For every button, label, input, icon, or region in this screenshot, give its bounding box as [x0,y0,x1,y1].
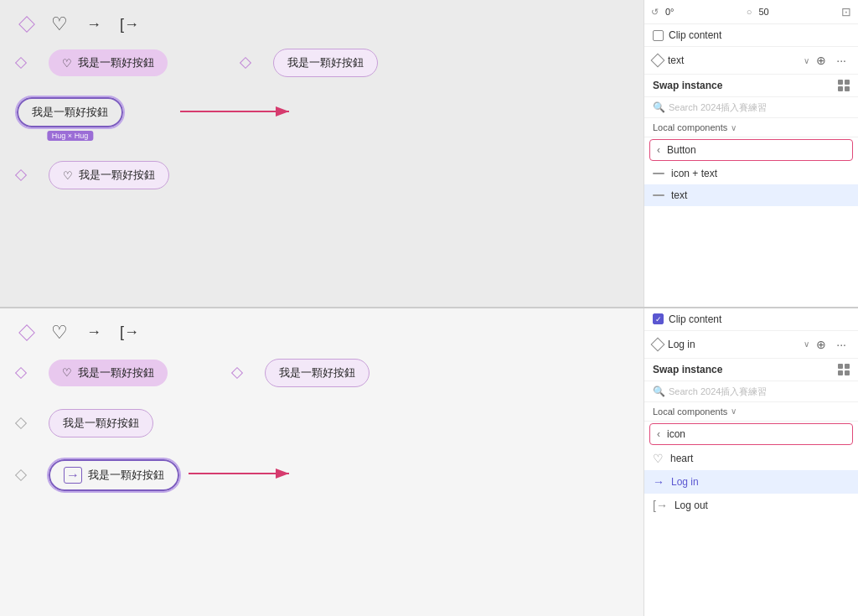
login-list-item[interactable]: → Log in [644,470,858,494]
swap-instance-row-bottom: Swap instance [644,359,858,381]
dash-icon-2 [653,194,664,196]
clip-content-label-bottom: Clip content [669,313,721,325]
search-icon-bottom: 🔍 [653,386,665,397]
btn-text-3: 我是一顆好按鈕 [79,168,155,183]
button-row-3: ♡ 我是一顆好按鈕 [0,154,644,196]
button-text-outline-1[interactable]: 我是一顆好按鈕 [273,49,378,77]
outline-diamond-bottom-2 [15,468,27,480]
logout-icon-top: [→ [120,16,139,34]
move-icon-bottom[interactable]: ⊕ [813,336,830,353]
arrow-right-icon-bottom: → [86,324,101,341]
icon-category-item[interactable]: ‹ icon [649,423,853,445]
logout-item-label: Log out [675,500,708,511]
component-diamond-bottom [651,337,665,351]
text-item-label: text [671,189,687,201]
component-name-top: text [668,54,799,66]
button-filled-bottom[interactable]: ♡ 我是一顆好按鈕 [49,360,168,386]
button-arrow-selected[interactable]: → 我是一顆好按鈕 [49,459,179,491]
right-panel-top: ↺ 0° ○ 50 ⊡ Clip content text ∨ ⊕ ··· Sw… [644,0,858,307]
local-components-chevron-top[interactable]: ∨ [731,123,737,132]
clip-content-checkbox-top[interactable] [653,30,664,41]
button-row-bottom-2: 我是一顆好按鈕 [0,402,644,444]
clip-content-row-top: Clip content [644,24,858,47]
canvas-bottom: ♡ → [→ ♡ 我是一顆好按鈕 我是一顆好按鈕 我是一顆好按鈕 [0,308,644,617]
diamond-icon-bottom [18,324,35,341]
search-row-bottom: 🔍 [644,381,858,402]
local-components-chevron-bottom[interactable]: ∨ [731,406,737,416]
heart-list-item[interactable]: ♡ heart [644,447,858,470]
rotation-value: 0° [665,7,675,17]
heart-list-icon: ♡ [653,452,664,465]
resize-icon: ⊡ [841,5,851,18]
clip-content-checkbox-bottom[interactable] [653,313,664,324]
component-row-bottom: Log in ∨ ⊕ ··· [644,331,858,359]
search-input-top[interactable] [669,102,850,112]
button-icon-text-filled[interactable]: ♡ 我是一顆好按鈕 [49,49,168,76]
small-diamond-bottom-1 [15,366,27,378]
dropdown-chevron-top[interactable]: ∨ [804,56,809,65]
more-icon-bottom[interactable]: ··· [833,336,850,353]
component-actions-top: ∨ ⊕ ··· [804,52,850,69]
local-components-row-top: Local components ∨ [644,118,858,137]
button-selected[interactable]: 我是一顆好按鈕 Hug × Hug [17,97,123,127]
canvas-top: ♡ → [→ ♡ 我是一顆好按鈕 我是一顆好按鈕 我是一顆好按鈕 Hug × H… [0,0,644,307]
annotation-arrow-top [176,95,293,128]
button-text-only-bottom[interactable]: 我是一顆好按鈕 [49,409,153,437]
logout-list-icon: [→ [653,499,668,512]
heart-icon-bottom: ♡ [51,322,68,344]
button-category-item[interactable]: ‹ Button [649,139,853,161]
component-name-bottom: Log in [668,339,799,350]
icon-text-label: icon + text [671,168,717,179]
arrow-icon-selected: → [64,467,82,484]
component-actions-bottom: ∨ ⊕ ··· [804,336,850,353]
arrow-right-icon-top: → [86,16,101,34]
btn-heart-icon-2: ♡ [63,169,73,182]
search-icon-top: 🔍 [653,101,665,113]
search-input-bottom[interactable] [669,386,850,396]
small-diamond-bottom-2 [231,366,243,378]
small-diamond-2 [240,57,251,69]
btn-text-selected: 我是一顆好按鈕 [32,105,108,120]
icon-row-bottom: ♡ → [→ [0,308,644,350]
dropdown-chevron-bottom[interactable]: ∨ [804,339,809,349]
hug-label: Hug × Hug [47,131,93,141]
heart-icon-btn-bottom: ♡ [62,366,72,379]
login-list-icon: → [653,475,664,489]
swap-instance-label-bottom: Swap instance [653,364,722,375]
button-outline-heart[interactable]: ♡ 我是一顆好按鈕 [49,161,169,189]
search-row-top: 🔍 [644,97,858,118]
grid-view-icon-top[interactable] [838,80,850,91]
button-row-bottom-3: → 我是一顆好按鈕 [0,453,644,498]
swap-instance-label-top: Swap instance [653,80,722,91]
btn-text-bottom-1: 我是一顆好按鈕 [78,365,154,380]
login-item-label: Log in [671,476,699,488]
small-diamond-1 [15,57,27,69]
button-outline-bottom[interactable]: 我是一顆好按鈕 [265,359,370,387]
back-chevron-bottom[interactable]: ‹ [657,428,660,440]
rotation-icon: ↺ [651,7,659,18]
icon-text-item[interactable]: icon + text [644,163,858,184]
local-components-label-bottom: Local components [653,406,727,417]
button-row-1: ♡ 我是一顆好按鈕 我是一顆好按鈕 [0,42,644,84]
grid-view-icon-bottom[interactable] [838,364,850,375]
local-components-label-top: Local components [653,122,727,132]
more-icon-top[interactable]: ··· [833,52,850,69]
heart-item-label: heart [670,453,693,464]
logout-list-item[interactable]: [→ Log out [644,494,858,517]
clip-content-label-top: Clip content [669,29,721,41]
local-components-row-bottom: Local components ∨ [644,402,858,422]
btn-text-bottom-3: 我是一顆好按鈕 [63,416,139,431]
btn-text-bottom-4: 我是一顆好按鈕 [88,468,164,483]
back-chevron-top[interactable]: ‹ [657,144,660,156]
text-item[interactable]: text [644,184,858,206]
icon-row-top: ♡ → [→ [0,0,644,42]
heart-icon-top: ♡ [51,13,68,35]
move-icon-top[interactable]: ⊕ [813,52,830,69]
corner-radius-icon: ○ [747,7,752,17]
logout-icon-bottom: [→ [120,324,139,341]
component-row-top: text ∨ ⊕ ··· [644,47,858,75]
swap-instance-row-top: Swap instance [644,75,858,97]
right-panel-bottom: Clip content Log in ∨ ⊕ ··· Swap instanc… [644,308,858,617]
clip-content-row-bottom: Clip content [644,308,858,331]
btn-heart-icon: ♡ [62,57,72,70]
